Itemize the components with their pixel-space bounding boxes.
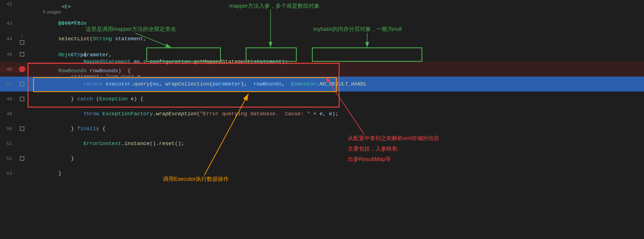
gutter-45 <box>17 52 28 57</box>
line-number-47: 47 <box>0 82 17 87</box>
code-lines: 42 - 5 usages 43 @Override 44 ↑ <box>0 0 644 181</box>
gutter-50 <box>17 127 28 131</box>
line-number-usages: - <box>0 10 17 15</box>
line-number-48: 48 <box>0 96 17 102</box>
breakpoint-icon <box>19 66 25 72</box>
gutter-47 <box>17 82 28 86</box>
line-number-52: 52 <box>0 156 17 161</box>
line-number-49: 49 <box>0 111 17 117</box>
code-editor: 42 - 5 usages 43 @Override 44 ↑ <box>0 0 644 239</box>
line-number-42: 42 <box>0 2 17 7</box>
gutter-48 <box>17 97 28 101</box>
line-number-45: 45 <box>0 52 17 57</box>
line-number-53: 53 <box>0 171 17 176</box>
line-number-50: 50 <box>0 126 17 131</box>
arrow-up-icon: ↑ <box>20 33 24 40</box>
line-number-44: 44 <box>0 36 17 42</box>
line-number-43: 43 <box>0 21 17 26</box>
line-53: 53 } <box>0 166 644 181</box>
line-number-46: 46 <box>0 67 17 72</box>
line-content-53: } <box>28 151 644 196</box>
gutter-44: ↑ <box>17 33 28 45</box>
line-number-51: 51 <box>0 141 17 146</box>
gutter-52 <box>17 156 28 161</box>
gutter-46 <box>17 66 28 72</box>
